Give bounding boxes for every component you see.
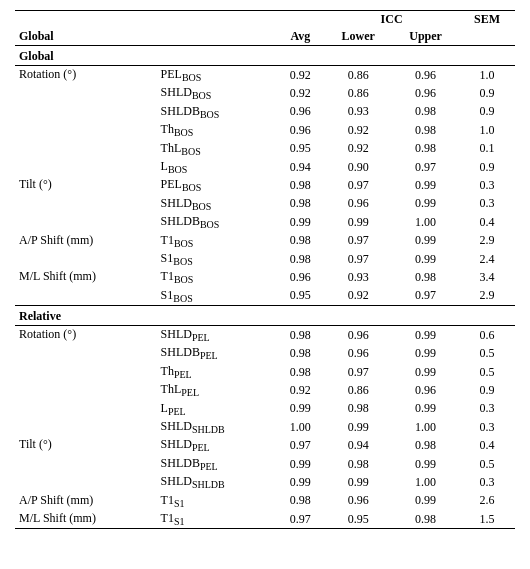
sub-label: ThPEL xyxy=(155,363,277,381)
section-header-row: Global xyxy=(15,46,515,66)
sem-value: 0.4 xyxy=(459,436,515,454)
upper-value: 0.96 xyxy=(392,84,459,102)
sub-label: T1S1 xyxy=(155,492,277,510)
lower-header: Lower xyxy=(324,28,392,46)
lower-value: 0.92 xyxy=(324,287,392,306)
sub-label: SHLDSHLDB xyxy=(155,418,277,436)
table-row: SHLDBOS0.980.960.990.3 xyxy=(15,195,515,213)
group-label xyxy=(15,140,155,158)
lower-value: 0.94 xyxy=(324,436,392,454)
avg-value: 0.96 xyxy=(277,268,325,286)
sem-value: 3.4 xyxy=(459,268,515,286)
upper-value: 0.96 xyxy=(392,66,459,85)
sem-value: 0.9 xyxy=(459,103,515,121)
avg-value: 0.92 xyxy=(277,66,325,85)
lower-value: 0.97 xyxy=(324,250,392,268)
lower-value: 0.97 xyxy=(324,232,392,250)
sem-value: 2.9 xyxy=(459,232,515,250)
upper-header: Upper xyxy=(392,28,459,46)
sem-value: 0.9 xyxy=(459,158,515,176)
sem-value: 2.4 xyxy=(459,250,515,268)
sub-label: ThBOS xyxy=(155,121,277,139)
sub-label: LBOS xyxy=(155,158,277,176)
sem-value: 0.3 xyxy=(459,473,515,491)
avg-value: 0.98 xyxy=(277,232,325,250)
group-label: M/L Shift (mm) xyxy=(15,510,155,529)
lower-value: 0.99 xyxy=(324,418,392,436)
avg-value: 0.98 xyxy=(277,326,325,345)
table-row: SHLDBBOS0.960.930.980.9 xyxy=(15,103,515,121)
upper-value: 0.98 xyxy=(392,436,459,454)
upper-value: 0.99 xyxy=(392,195,459,213)
group-label xyxy=(15,121,155,139)
avg-value: 0.98 xyxy=(277,195,325,213)
empty-header-2 xyxy=(277,11,325,29)
sem-value: 1.0 xyxy=(459,66,515,85)
upper-value: 0.99 xyxy=(392,455,459,473)
sem-header: SEM xyxy=(459,11,515,29)
sem-value: 1.0 xyxy=(459,121,515,139)
sub-label: SHLDPEL xyxy=(155,326,277,345)
upper-value: 0.98 xyxy=(392,103,459,121)
sub-label: PELBOS xyxy=(155,176,277,194)
group-label: A/P Shift (mm) xyxy=(15,492,155,510)
sub-label: SHLDSHLDB xyxy=(155,473,277,491)
avg-value: 0.98 xyxy=(277,492,325,510)
sem-value: 0.3 xyxy=(459,400,515,418)
sem-value: 0.9 xyxy=(459,84,515,102)
table-row: SHLDSHLDB0.990.991.000.3 xyxy=(15,473,515,491)
group-label xyxy=(15,381,155,399)
group-label xyxy=(15,287,155,306)
table-row: ThBOS0.960.920.981.0 xyxy=(15,121,515,139)
sub-label: SHLDBOS xyxy=(155,84,277,102)
icc-header-row: ICC SEM xyxy=(15,11,515,29)
sub-label: S1BOS xyxy=(155,250,277,268)
lower-value: 0.93 xyxy=(324,103,392,121)
lower-value: 0.98 xyxy=(324,455,392,473)
group-label xyxy=(15,455,155,473)
upper-value: 0.99 xyxy=(392,492,459,510)
sem-value: 0.3 xyxy=(459,176,515,194)
upper-value: 0.99 xyxy=(392,232,459,250)
section-header-row: Relative xyxy=(15,306,515,326)
avg-value: 0.94 xyxy=(277,158,325,176)
group-label xyxy=(15,158,155,176)
group-label: M/L Shift (mm) xyxy=(15,268,155,286)
upper-value: 0.99 xyxy=(392,363,459,381)
lower-value: 0.90 xyxy=(324,158,392,176)
table-row: SHLDSHLDB1.000.991.000.3 xyxy=(15,418,515,436)
table-row: S1BOS0.980.970.992.4 xyxy=(15,250,515,268)
upper-value: 0.99 xyxy=(392,344,459,362)
upper-value: 1.00 xyxy=(392,473,459,491)
upper-value: 0.98 xyxy=(392,268,459,286)
lower-value: 0.86 xyxy=(324,84,392,102)
empty-header-1 xyxy=(15,11,277,29)
avg-value: 0.92 xyxy=(277,381,325,399)
upper-value: 1.00 xyxy=(392,213,459,231)
table-row: Tilt (°)SHLDPEL0.970.940.980.4 xyxy=(15,436,515,454)
avg-value: 0.92 xyxy=(277,84,325,102)
table-row: SHLDBPEL0.980.960.990.5 xyxy=(15,344,515,362)
sem-value: 0.5 xyxy=(459,363,515,381)
sub-label: SHLDBBOS xyxy=(155,103,277,121)
table-row: ThLBOS0.950.920.980.1 xyxy=(15,140,515,158)
table-row: Rotation (°)SHLDPEL0.980.960.990.6 xyxy=(15,326,515,345)
avg-value: 0.97 xyxy=(277,510,325,529)
lower-value: 0.97 xyxy=(324,176,392,194)
sem-value: 0.6 xyxy=(459,326,515,345)
lower-value: 0.99 xyxy=(324,213,392,231)
group-label xyxy=(15,363,155,381)
upper-value: 0.99 xyxy=(392,250,459,268)
table-row: S1BOS0.950.920.972.9 xyxy=(15,287,515,306)
group-label: Rotation (°) xyxy=(15,66,155,85)
table-row: M/L Shift (mm)T1S10.970.950.981.5 xyxy=(15,510,515,529)
sub-label: PELBOS xyxy=(155,66,277,85)
sem-value: 2.9 xyxy=(459,287,515,306)
sub-label: LPEL xyxy=(155,400,277,418)
sub-label: T1BOS xyxy=(155,268,277,286)
sem-sub-header xyxy=(459,28,515,46)
sub-header-row: Global Avg Lower Upper xyxy=(15,28,515,46)
lower-value: 0.99 xyxy=(324,473,392,491)
upper-value: 0.98 xyxy=(392,121,459,139)
group-label xyxy=(15,473,155,491)
